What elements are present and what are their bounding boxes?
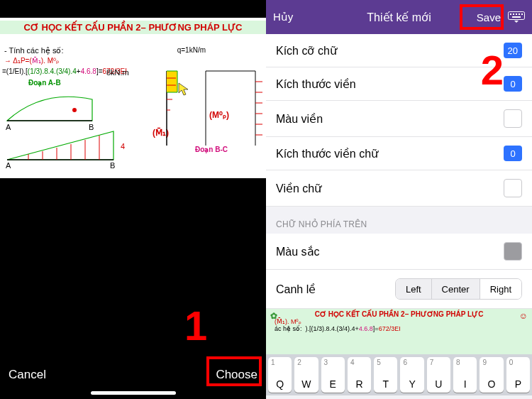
selected-image-preview: CƠ HỌC KẾT CẤU PHẦN 2– PHƯƠNG PHÁP LỰC -… [0, 18, 266, 178]
key-q[interactable]: 1Q [268, 357, 292, 393]
text-line: - Tính các hệ số: [4, 46, 64, 55]
align-segmented-control[interactable]: Left Center Right [395, 278, 522, 300]
row-label: Màu viền [276, 112, 323, 126]
svg-rect-24 [510, 13, 511, 15]
key-i[interactable]: 8I [453, 357, 477, 393]
key-y[interactable]: 6Y [400, 357, 423, 393]
align-left-button[interactable]: Left [396, 279, 431, 299]
emoji-icon[interactable]: ☺ [519, 311, 528, 321]
row-label: Kích thước viền [276, 77, 356, 91]
diagram-sketch [0, 60, 266, 178]
save-button[interactable]: Save [477, 11, 501, 23]
cancel-button[interactable]: Cancel [9, 368, 46, 382]
annotation-highlight [206, 356, 262, 386]
editor-header: Hủy Thiết kế mới Save [266, 0, 532, 34]
svg-rect-27 [519, 13, 520, 15]
key-e[interactable]: 3E [321, 357, 345, 393]
preview-line: ác hệ số: ).[(1/3).8.4.(3/4).4+4.6.8]=67… [270, 325, 528, 332]
preview-line: (M̄₁). M⁰ₚ [270, 318, 528, 325]
key-u[interactable]: 7U [427, 357, 450, 393]
row-label: Viền chữ [276, 182, 321, 195]
svg-rect-23 [509, 12, 525, 20]
key-o[interactable]: 9O [480, 357, 503, 393]
row-align: Canh lề Left Center Right [266, 270, 532, 309]
row-border-color[interactable]: Màu viền [266, 101, 532, 137]
svg-rect-26 [516, 13, 517, 15]
align-center-button[interactable]: Center [431, 279, 480, 299]
color-swatch[interactable] [504, 242, 522, 261]
preview-title: CƠ HỌC KẾT CẤU PHẦN 2– PHƯƠNG PHÁP LỰC [315, 310, 484, 318]
value-box[interactable]: 0 [504, 76, 522, 92]
annotation-1: 1 [184, 302, 207, 349]
gear-icon[interactable]: ✿ [270, 311, 277, 321]
svg-rect-25 [513, 13, 514, 15]
color-swatch[interactable] [504, 109, 522, 128]
align-right-button[interactable]: Right [480, 279, 521, 299]
slide-title: CƠ HỌC KẾT CẤU PHẦN 2– PHƯƠNG PHÁP LỰC [0, 21, 266, 34]
live-preview: ✿ CƠ HỌC KẾT CẤU PHẦN 2– PHƯƠNG PHÁP LỰC… [266, 309, 532, 354]
key-w[interactable]: 2W [294, 357, 318, 393]
row-label: Kích cỡ chữ [276, 44, 337, 58]
row-color[interactable]: Màu sắc [266, 234, 532, 270]
header-title: Thiết kế mới [367, 11, 431, 24]
keyboard-icon[interactable] [508, 11, 525, 23]
svg-rect-28 [521, 13, 523, 15]
key-t[interactable]: 5T [374, 357, 397, 393]
row-label: Kích thước viền chữ [276, 147, 378, 160]
svg-rect-29 [512, 16, 521, 18]
section-header: CHỮ NHỎ PHÍA TRÊN [266, 207, 532, 234]
header-cancel-button[interactable]: Hủy [273, 11, 293, 23]
color-swatch[interactable] [504, 179, 522, 197]
value-box[interactable]: 20 [504, 43, 522, 58]
design-editor-pane: Hủy Thiết kế mới Save 2 Kích cỡ chữ 20 K… [266, 0, 532, 399]
value-box[interactable]: 0 [504, 146, 522, 161]
keyboard-row[interactable]: 1Q2W3E4R5T6Y7U8I9O0P [266, 354, 532, 395]
row-text-border[interactable]: Viền chữ [266, 170, 532, 207]
row-text-border-size[interactable]: Kích thước viền chữ 0 [266, 137, 532, 170]
annotation-2: 2 [481, 46, 504, 94]
svg-point-1 [72, 108, 77, 112]
row-label: Canh lề [276, 283, 316, 296]
home-indicator [91, 391, 176, 395]
key-p[interactable]: 0P [506, 357, 530, 393]
row-label: Màu sắc [276, 245, 320, 258]
q-label: q=1kN/m [177, 46, 206, 54]
settings-list-2: Màu sắc Canh lề Left Center Right [266, 234, 532, 309]
key-r[interactable]: 4R [348, 357, 371, 393]
image-picker-pane: CƠ HỌC KẾT CẤU PHẦN 2– PHƯƠNG PHÁP LỰC -… [0, 0, 266, 399]
